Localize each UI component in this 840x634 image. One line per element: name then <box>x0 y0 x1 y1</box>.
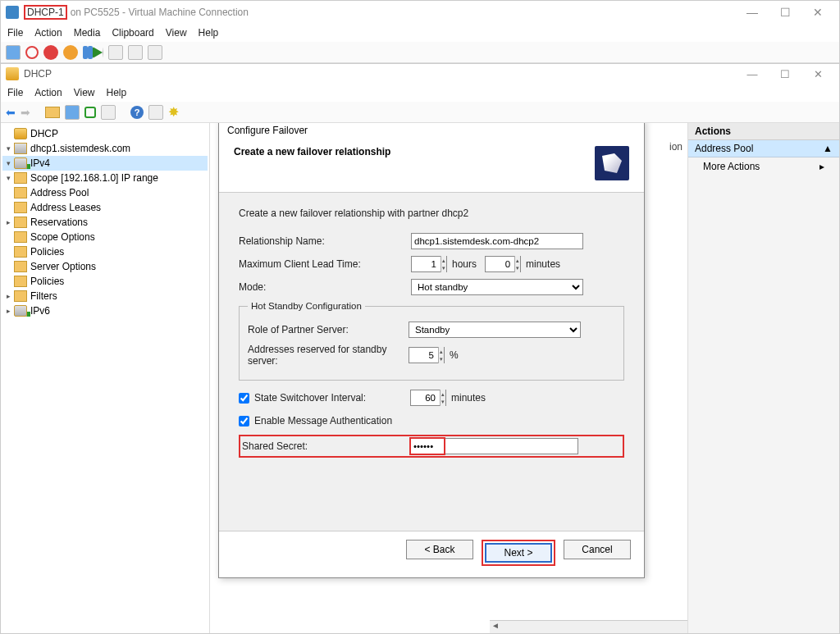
dhcp-menu-action[interactable]: Action <box>34 87 62 98</box>
menu-clipboard[interactable]: Clipboard <box>112 27 153 39</box>
dialog-body: Create a new failover relationship with … <box>219 193 644 531</box>
save-icon[interactable] <box>63 45 78 60</box>
cancel-button[interactable]: Cancel <box>564 540 631 559</box>
column-fragment: ion <box>669 141 682 153</box>
actions-section[interactable]: Address Pool ▲ <box>688 140 839 157</box>
tree-pool[interactable]: ▸Address Pool <box>2 185 208 200</box>
hours-unit: hours <box>452 258 477 270</box>
refresh-icon[interactable] <box>84 107 96 118</box>
show-hide-icon[interactable] <box>65 105 80 120</box>
tree-pane[interactable]: ▾DHCP ▾dhcp1.sistemdesk.com ▾IPv4 ▾Scope… <box>1 123 210 633</box>
dhcp-menu-help[interactable]: Help <box>107 87 127 98</box>
reserved-label: Addresses reserved for standby server: <box>248 344 409 367</box>
ctrl-alt-del-icon[interactable] <box>6 45 21 60</box>
role-select[interactable]: Standby <box>409 322 581 338</box>
horizontal-scrollbar[interactable] <box>490 620 687 633</box>
tree-ipv6[interactable]: ▸IPv6 <box>2 303 208 318</box>
actions-more[interactable]: More Actions ▸ <box>688 157 839 176</box>
menu-media[interactable]: Media <box>74 27 101 39</box>
menu-help[interactable]: Help <box>199 27 219 39</box>
secret-input-ext[interactable] <box>445 438 578 454</box>
secret-label: Shared Secret: <box>242 440 409 452</box>
vm-titlebar[interactable]: DHCP-1 on PC5525 - Virtual Machine Conne… <box>1 1 839 24</box>
tree-policies[interactable]: ▸Policies <box>2 274 208 289</box>
tree-leases[interactable]: ▸Address Leases <box>2 200 208 215</box>
ssi-label: State Switchover Interval: <box>254 392 410 404</box>
vm-title-rest: on PC5525 - Virtual Machine Connection <box>71 7 249 18</box>
dhcp-menu-bar: File Action View Help <box>1 84 839 102</box>
dhcp-menu-view[interactable]: View <box>74 87 95 98</box>
dhcp-close-button[interactable]: ✕ <box>801 68 834 80</box>
tree-filters[interactable]: ▸Filters <box>2 289 208 303</box>
shared-secret-row: Shared Secret: <box>239 435 624 458</box>
checkpoint-icon[interactable] <box>108 45 123 60</box>
secret-input[interactable] <box>411 439 444 454</box>
actions-header: Actions <box>688 123 839 140</box>
tree-root[interactable]: ▾DHCP <box>2 126 208 141</box>
next-button-highlight: Next > <box>482 540 555 566</box>
mode-select[interactable]: Hot standby <box>411 279 583 295</box>
tree-scope-options[interactable]: ▸Scope Options <box>2 230 208 244</box>
star-icon[interactable]: ✸ <box>168 104 179 120</box>
turnoff-icon[interactable] <box>25 46 39 59</box>
mclt-minutes-spinner[interactable] <box>485 256 521 272</box>
close-button[interactable]: ✕ <box>801 6 834 19</box>
dhcp-window-controls: — ☐ ✕ <box>736 68 834 80</box>
vm-menu-bar: File Action Media Clipboard View Help <box>1 24 839 42</box>
dhcp-titlebar[interactable]: DHCP — ☐ ✕ <box>1 64 839 84</box>
dialog-intro: Create a new failover relationship with … <box>239 208 624 219</box>
tree-server[interactable]: ▾dhcp1.sistemdesk.com <box>2 141 208 156</box>
relationship-name-input[interactable] <box>411 233 583 249</box>
dhcp-window: DHCP — ☐ ✕ File Action View Help ⬅ ➡ ? ✸ <box>1 63 839 633</box>
ssi-spinner[interactable] <box>410 390 446 406</box>
next-button[interactable]: Next > <box>485 543 552 563</box>
vm-toolbar <box>1 42 839 63</box>
start-icon[interactable] <box>93 47 103 58</box>
enhanced-icon[interactable] <box>148 45 162 60</box>
shutdown-icon[interactable] <box>43 45 58 60</box>
tree-reservations[interactable]: ▸Reservations <box>2 215 208 230</box>
auth-checkbox[interactable] <box>239 416 249 426</box>
mclt-hours-spinner[interactable] <box>411 256 447 272</box>
mclt-label: Maximum Client Lead Time: <box>239 258 411 270</box>
dhcp-app-icon <box>6 67 19 80</box>
menu-view[interactable]: View <box>166 27 187 39</box>
pause-icon[interactable] <box>83 46 88 59</box>
dhcp-body: ▾DHCP ▾dhcp1.sistemdesk.com ▾IPv4 ▾Scope… <box>1 123 839 633</box>
collapse-icon[interactable]: ▲ <box>823 143 833 154</box>
menu-action[interactable]: Action <box>34 27 62 39</box>
ssi-checkbox[interactable] <box>239 393 249 404</box>
mode-label: Mode: <box>239 281 411 293</box>
dhcp-title: DHCP <box>24 68 52 80</box>
minutes-unit: minutes <box>526 258 560 270</box>
tree-server-options[interactable]: ▸Server Options <box>2 259 208 274</box>
reserved-spinner[interactable] <box>409 347 445 363</box>
maximize-button[interactable]: ☐ <box>769 6 801 19</box>
export-icon[interactable] <box>101 105 116 120</box>
dhcp-maximize-button[interactable]: ☐ <box>769 68 801 80</box>
dialog-header: Create a new failover relationship <box>219 141 644 193</box>
actions-pane: Actions Address Pool ▲ More Actions ▸ <box>687 123 839 633</box>
tree-ipv4[interactable]: ▾IPv4 <box>2 156 208 171</box>
tree-policies-scope[interactable]: ▸Policies <box>2 244 208 259</box>
dhcp-minimize-button[interactable]: — <box>736 68 769 80</box>
hot-standby-legend: Hot Standby Configuration <box>248 301 365 311</box>
back-button[interactable]: < Back <box>406 540 473 559</box>
tree-scope[interactable]: ▾Scope [192.168.1.0] IP range <box>2 171 208 185</box>
auth-label: Enable Message Authentication <box>254 415 427 426</box>
dialog-footer: < Back Next > Cancel <box>219 531 644 577</box>
vm-window: DHCP-1 on PC5525 - Virtual Machine Conne… <box>0 0 840 634</box>
help-icon[interactable]: ? <box>130 106 144 119</box>
hot-standby-group: Hot Standby Configuration Role of Partne… <box>239 301 624 381</box>
dhcp-menu-file[interactable]: File <box>7 87 23 98</box>
minimize-button[interactable]: — <box>736 6 769 19</box>
vm-app-icon <box>6 6 19 19</box>
back-arrow-icon[interactable]: ⬅ <box>6 106 16 119</box>
folder-icon[interactable] <box>45 107 60 118</box>
menu-file[interactable]: File <box>7 27 23 39</box>
revert-icon[interactable] <box>128 45 143 60</box>
filter-icon[interactable] <box>148 105 163 120</box>
relationship-name-label: Relationship Name: <box>239 235 411 247</box>
arrow-right-icon: ▸ <box>819 161 824 172</box>
forward-arrow-icon[interactable]: ➡ <box>21 106 30 119</box>
